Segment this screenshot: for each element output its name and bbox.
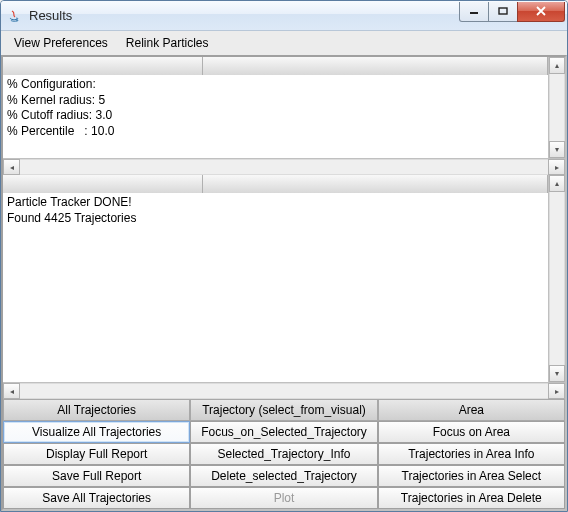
status-pane-header: [3, 175, 548, 193]
grid-header-0: All Trajectories: [3, 399, 190, 421]
scroll-up-icon[interactable]: ▴: [549, 57, 565, 74]
action-plot: Plot: [190, 487, 377, 509]
status-vscrollbar[interactable]: ▴ ▾: [548, 175, 565, 382]
config-hscrollbar[interactable]: ◂ ▸: [3, 158, 565, 175]
results-window: Results View Preferences Relink Particle…: [0, 0, 568, 512]
scroll-left-icon[interactable]: ◂: [3, 383, 20, 399]
scroll-up-icon[interactable]: ▴: [549, 175, 565, 192]
scroll-left-icon[interactable]: ◂: [3, 159, 20, 175]
action-display-full-report[interactable]: Display Full Report: [3, 443, 190, 465]
maximize-button[interactable]: [488, 2, 518, 22]
config-pane: % Configuration: % Kernel radius: 5 % Cu…: [3, 57, 565, 175]
content-area: % Configuration: % Kernel radius: 5 % Cu…: [1, 55, 567, 511]
scroll-down-icon[interactable]: ▾: [549, 365, 565, 382]
close-button[interactable]: [517, 2, 565, 22]
action-trajectories-in-area-delete[interactable]: Trajectories in Area Delete: [378, 487, 565, 509]
svg-rect-1: [499, 8, 507, 14]
titlebar[interactable]: Results: [1, 1, 567, 31]
action-trajectories-in-area-info[interactable]: Trajectories in Area Info: [378, 443, 565, 465]
scroll-right-icon[interactable]: ▸: [548, 383, 565, 399]
action-visualize-all-trajectories[interactable]: Visualize All Trajectories: [3, 421, 190, 443]
config-pane-header: [3, 57, 548, 75]
window-title: Results: [29, 8, 460, 23]
menu-view-preferences[interactable]: View Preferences: [5, 33, 117, 53]
action-selected-trajectory-info[interactable]: Selected_Trajectory_Info: [190, 443, 377, 465]
action-button-grid: All TrajectoriesTrajectory (select_from_…: [3, 399, 565, 509]
window-controls: [460, 2, 565, 22]
svg-rect-0: [470, 12, 478, 14]
status-pane: Particle Tracker DONE! Found 4425 Trajec…: [3, 175, 565, 399]
action-delete-selected-trajectory[interactable]: Delete_selected_Trajectory: [190, 465, 377, 487]
action-focus-on-area[interactable]: Focus on Area: [378, 421, 565, 443]
minimize-button[interactable]: [459, 2, 489, 22]
java-icon: [7, 8, 23, 24]
scroll-right-icon[interactable]: ▸: [548, 159, 565, 175]
grid-header-2: Area: [378, 399, 565, 421]
config-vscrollbar[interactable]: ▴ ▾: [548, 57, 565, 158]
action-trajectories-in-area-select[interactable]: Trajectories in Area Select: [378, 465, 565, 487]
status-hscrollbar[interactable]: ◂ ▸: [3, 382, 565, 399]
config-text[interactable]: % Configuration: % Kernel radius: 5 % Cu…: [3, 75, 548, 158]
scroll-down-icon[interactable]: ▾: [549, 141, 565, 158]
menu-relink-particles[interactable]: Relink Particles: [117, 33, 218, 53]
action-save-all-trajectories[interactable]: Save All Trajectories: [3, 487, 190, 509]
action-save-full-report[interactable]: Save Full Report: [3, 465, 190, 487]
action-focus-on-selected-trajectory[interactable]: Focus_on_Selected_Trajectory: [190, 421, 377, 443]
menubar: View Preferences Relink Particles: [1, 31, 567, 55]
status-text[interactable]: Particle Tracker DONE! Found 4425 Trajec…: [3, 193, 548, 382]
grid-header-1: Trajectory (select_from_visual): [190, 399, 377, 421]
